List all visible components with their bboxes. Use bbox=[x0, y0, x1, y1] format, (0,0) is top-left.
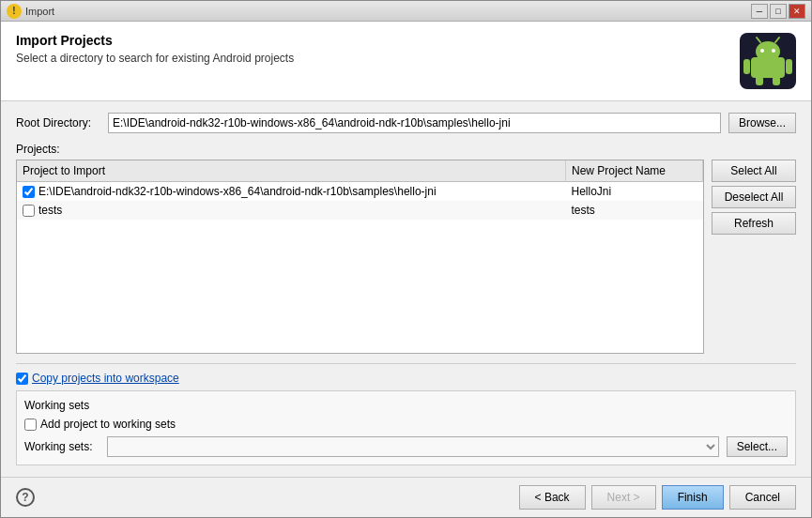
table-header-row: Project to Import New Project Name bbox=[17, 160, 703, 182]
working-sets-select-button[interactable]: Select... bbox=[727, 436, 788, 457]
back-button[interactable]: < Back bbox=[519, 485, 586, 510]
project-checkbox-0[interactable] bbox=[23, 186, 35, 198]
svg-point-4 bbox=[772, 49, 775, 53]
root-dir-label: Root Directory: bbox=[16, 116, 100, 130]
title-bar-title: Import bbox=[25, 6, 54, 17]
android-logo bbox=[740, 33, 796, 89]
root-directory-row: Root Directory: Browse... bbox=[16, 113, 796, 133]
maximize-button[interactable]: □ bbox=[770, 4, 787, 19]
side-buttons: Select All Deselect All Refresh bbox=[712, 160, 796, 354]
deselect-all-button[interactable]: Deselect All bbox=[712, 186, 796, 208]
svg-rect-10 bbox=[773, 76, 780, 85]
dialog-subtitle: Select a directory to search for existin… bbox=[16, 52, 294, 65]
finish-button[interactable]: Finish bbox=[662, 485, 724, 510]
table-row: E:\IDE\android-ndk32-r10b-windows-x86_64… bbox=[17, 182, 703, 202]
footer-left: ? bbox=[16, 488, 35, 507]
working-sets-label: Working sets: bbox=[24, 440, 100, 453]
title-bar-left: ! Import bbox=[7, 4, 54, 19]
title-bar: ! Import ─ □ ✕ bbox=[1, 1, 811, 22]
project-new-name-cell: HelloJni bbox=[566, 182, 703, 202]
working-sets-add-row: Add project to working sets bbox=[24, 418, 788, 431]
projects-area: Project to Import New Project Name E:\ID… bbox=[16, 160, 796, 354]
projects-section: Projects: Project to Import New Project … bbox=[16, 143, 796, 354]
working-sets-section: Working sets Add project to working sets… bbox=[16, 390, 796, 465]
warning-icon: ! bbox=[7, 4, 22, 19]
working-sets-row: Working sets: Select... bbox=[24, 436, 788, 457]
options-section: Copy projects into workspace Working set… bbox=[16, 363, 796, 465]
projects-table: Project to Import New Project Name E:\ID… bbox=[17, 160, 703, 220]
next-button[interactable]: Next > bbox=[591, 485, 656, 510]
project-checkbox-row: tests bbox=[23, 204, 560, 217]
svg-point-2 bbox=[756, 41, 780, 62]
copy-workspace-row: Copy projects into workspace bbox=[16, 372, 796, 385]
dialog-title: Import Projects bbox=[16, 33, 294, 48]
copy-workspace-label[interactable]: Copy projects into workspace bbox=[32, 372, 179, 385]
add-working-sets-checkbox[interactable] bbox=[24, 419, 37, 431]
dialog-body: Root Directory: Browse... Projects: Proj… bbox=[1, 101, 811, 477]
main-window: ! Import ─ □ ✕ Import Projects Select a … bbox=[0, 0, 812, 518]
project-path: E:\IDE\android-ndk32-r10b-windows-x86_64… bbox=[38, 185, 437, 198]
svg-point-3 bbox=[760, 49, 764, 53]
col-new-name: New Project Name bbox=[566, 160, 703, 182]
working-sets-select[interactable] bbox=[107, 436, 719, 457]
svg-rect-9 bbox=[756, 76, 763, 85]
project-path-cell: tests bbox=[17, 201, 566, 220]
col-project: Project to Import bbox=[17, 160, 566, 182]
project-path: tests bbox=[38, 204, 62, 217]
dialog-header: Import Projects Select a directory to se… bbox=[1, 22, 811, 101]
root-dir-input[interactable] bbox=[108, 113, 721, 133]
project-path-cell: E:\IDE\android-ndk32-r10b-windows-x86_64… bbox=[17, 182, 566, 202]
refresh-button[interactable]: Refresh bbox=[712, 212, 796, 235]
project-checkbox-1[interactable] bbox=[23, 205, 35, 217]
table-row: teststests bbox=[17, 201, 703, 220]
project-new-name-cell: tests bbox=[566, 201, 703, 220]
minimize-button[interactable]: ─ bbox=[751, 4, 768, 19]
working-sets-title: Working sets bbox=[24, 399, 788, 412]
footer-buttons: < Back Next > Finish Cancel bbox=[519, 485, 796, 510]
cancel-button[interactable]: Cancel bbox=[729, 485, 796, 510]
dialog-content: Import Projects Select a directory to se… bbox=[1, 22, 811, 517]
title-bar-controls: ─ □ ✕ bbox=[751, 4, 805, 19]
svg-rect-7 bbox=[743, 59, 750, 74]
projects-table-container: Project to Import New Project Name E:\ID… bbox=[16, 160, 704, 354]
select-all-button[interactable]: Select All bbox=[712, 160, 796, 182]
add-working-sets-label[interactable]: Add project to working sets bbox=[40, 418, 176, 431]
dialog-footer: ? < Back Next > Finish Cancel bbox=[1, 477, 811, 517]
close-button[interactable]: ✕ bbox=[789, 4, 805, 19]
help-icon[interactable]: ? bbox=[16, 488, 35, 507]
copy-workspace-checkbox[interactable] bbox=[16, 373, 28, 385]
dialog-header-text: Import Projects Select a directory to se… bbox=[16, 33, 294, 65]
svg-rect-8 bbox=[786, 59, 792, 74]
project-checkbox-row: E:\IDE\android-ndk32-r10b-windows-x86_64… bbox=[23, 185, 560, 198]
browse-button[interactable]: Browse... bbox=[728, 113, 796, 133]
projects-label: Projects: bbox=[16, 143, 796, 156]
